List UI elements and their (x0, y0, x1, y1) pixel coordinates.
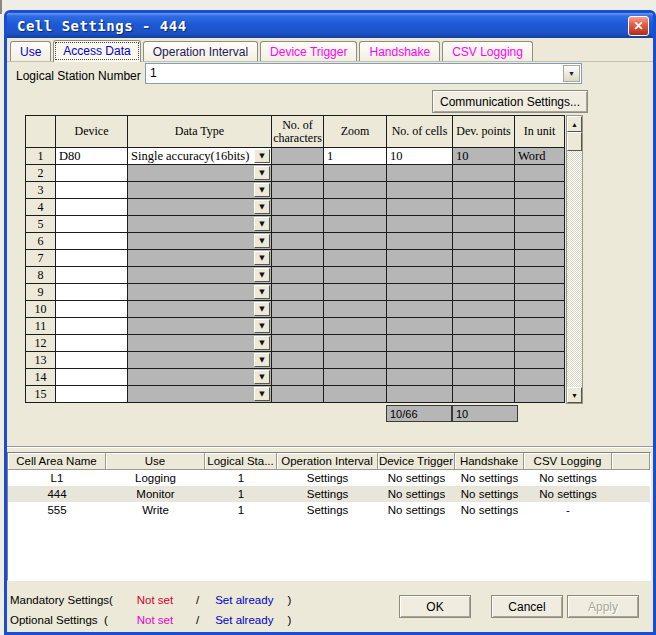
grid-cell-zoom (324, 267, 387, 284)
tab-operation-interval[interactable]: Operation Interval (143, 41, 258, 61)
grid-cell-cells (387, 386, 453, 403)
tab-handshake[interactable]: Handshake (359, 41, 440, 61)
grid-row-number: 15 (26, 386, 56, 403)
grid-cell-data-type[interactable]: ▼ (128, 386, 272, 403)
grid-cell-data-type[interactable]: ▼ (128, 369, 272, 386)
section-divider (7, 446, 653, 448)
list-row[interactable]: 444Monitor1SettingsNo settingsNo setting… (8, 486, 650, 502)
cancel-button[interactable]: Cancel (491, 595, 563, 618)
grid-cell-device[interactable] (56, 352, 128, 369)
data-type-dropdown-button[interactable]: ▼ (254, 234, 270, 248)
list-column-header[interactable]: Handshake (455, 453, 524, 470)
list-column-header[interactable]: Logical Sta... (205, 453, 277, 470)
tab-use[interactable]: Use (10, 41, 51, 61)
list-row[interactable]: 555Write1SettingsNo settingsNo settings- (8, 502, 650, 518)
grid-cell-characters (272, 284, 324, 301)
grid-cell-device[interactable] (56, 386, 128, 403)
list-body: L1Logging1SettingsNo settingsNo settings… (8, 470, 650, 518)
list-column-header[interactable]: CSV Logging (524, 453, 612, 470)
list-cell: No settings (455, 486, 524, 502)
data-type-dropdown-button[interactable]: ▼ (254, 336, 270, 350)
scroll-down-button[interactable]: ▼ (567, 387, 582, 403)
close-button[interactable]: ✕ (628, 16, 649, 36)
data-type-dropdown-button[interactable]: ▼ (254, 353, 270, 367)
grid-cell-data-type[interactable]: ▼ (128, 352, 272, 369)
data-type-dropdown-button[interactable]: ▼ (254, 319, 270, 333)
grid-cell-device[interactable] (56, 318, 128, 335)
grid-cell-characters (272, 250, 324, 267)
grid-cell-characters (272, 335, 324, 352)
grid-cell-device[interactable] (56, 182, 128, 199)
scroll-up-button[interactable]: ▲ (567, 116, 582, 132)
grid-cell-unit (515, 165, 565, 182)
grid-cell-data-type[interactable]: ▼ (128, 318, 272, 335)
data-type-dropdown-button[interactable]: ▼ (254, 268, 270, 282)
grid-cell-device[interactable] (56, 335, 128, 352)
grid-cell-cells (387, 165, 453, 182)
communication-settings-button[interactable]: Communication Settings... (432, 90, 588, 113)
grid-cell-device[interactable] (56, 301, 128, 318)
grid-scrollbar[interactable]: ▲ ▼ (566, 115, 583, 404)
grid-row: 3▼ (26, 182, 565, 199)
data-type-dropdown-button[interactable]: ▼ (254, 370, 270, 384)
data-type-dropdown-button[interactable]: ▼ (254, 166, 270, 180)
grid-cell-data-type[interactable]: ▼ (128, 301, 272, 318)
tab-csv-logging[interactable]: CSV Logging (442, 41, 533, 61)
grid-cell-characters (272, 318, 324, 335)
grid-cell-data-type[interactable]: ▼ (128, 267, 272, 284)
grid-cell-data-type[interactable]: ▼ (128, 199, 272, 216)
grid-row-number: 1 (26, 148, 56, 165)
grid-cell-device[interactable] (56, 250, 128, 267)
grid-cell-data-type[interactable]: ▼ (128, 182, 272, 199)
data-type-dropdown-button[interactable]: ▼ (254, 302, 270, 316)
grid-cell-data-type[interactable]: ▼ (128, 335, 272, 352)
grid-cell-device[interactable] (56, 216, 128, 233)
grid-cell-characters (272, 267, 324, 284)
data-type-dropdown-button[interactable]: ▼ (254, 217, 270, 231)
grid-cell-device[interactable] (56, 233, 128, 250)
tab-access-data[interactable]: Access Data (53, 40, 140, 62)
list-row[interactable]: L1Logging1SettingsNo settingsNo settings… (8, 470, 650, 486)
data-type-dropdown-button[interactable]: ▼ (254, 387, 270, 401)
ok-button[interactable]: OK (399, 595, 471, 618)
grid-cell-device[interactable] (56, 267, 128, 284)
grid-cell-cells (387, 352, 453, 369)
grid-cell-data-type[interactable]: Single accuracy(16bits)▼ (128, 148, 272, 165)
data-type-dropdown-button[interactable]: ▼ (254, 183, 270, 197)
list-column-header[interactable]: Operation Interval (277, 453, 378, 470)
data-type-dropdown-button[interactable]: ▼ (254, 251, 270, 265)
list-column-header[interactable]: Use (106, 453, 205, 470)
grid-cell-data-type[interactable]: ▼ (128, 216, 272, 233)
scroll-thumb[interactable] (567, 132, 582, 151)
list-column-header[interactable]: Cell Area Name (8, 453, 106, 470)
tab-device-trigger[interactable]: Device Trigger (260, 41, 357, 61)
chevron-down-icon: ▼ (568, 70, 575, 77)
titlebar[interactable]: Cell Settings - 444 ✕ (7, 13, 653, 38)
grid-cell-characters (272, 182, 324, 199)
grid-cell-characters (272, 148, 324, 165)
grid-cell-device[interactable] (56, 165, 128, 182)
grid-cell-data-type[interactable]: ▼ (128, 165, 272, 182)
logical-station-number-label: Logical Station Number (16, 69, 141, 83)
data-type-dropdown-button[interactable]: ▼ (254, 200, 270, 214)
grid-cell-data-type[interactable]: ▼ (128, 250, 272, 267)
grid-cell-cells[interactable]: 10 (387, 148, 453, 165)
grid-cell-data-type[interactable]: ▼ (128, 284, 272, 301)
grid-cell-zoom[interactable]: 1 (324, 148, 387, 165)
grid-cell-device[interactable] (56, 369, 128, 386)
data-type-dropdown-button[interactable]: ▼ (254, 149, 270, 163)
grid-cell-data-type[interactable]: ▼ (128, 233, 272, 250)
optional-not-set-text: Not set (132, 614, 178, 626)
grid-cell-device[interactable] (56, 199, 128, 216)
list-cell: Settings (277, 502, 378, 518)
logical-station-number-combobox[interactable]: 1 ▼ (145, 63, 582, 84)
data-type-dropdown-button[interactable]: ▼ (254, 285, 270, 299)
grid-cell-device[interactable] (56, 284, 128, 301)
apply-button[interactable]: Apply (567, 595, 639, 618)
grid-cell-unit (515, 216, 565, 233)
grid-row-number: 5 (26, 216, 56, 233)
grid-cell-device[interactable]: D80 (56, 148, 128, 165)
close-icon: ✕ (633, 19, 643, 33)
combobox-dropdown-button[interactable]: ▼ (563, 65, 580, 82)
list-column-header[interactable]: Device Trigger (378, 453, 455, 470)
